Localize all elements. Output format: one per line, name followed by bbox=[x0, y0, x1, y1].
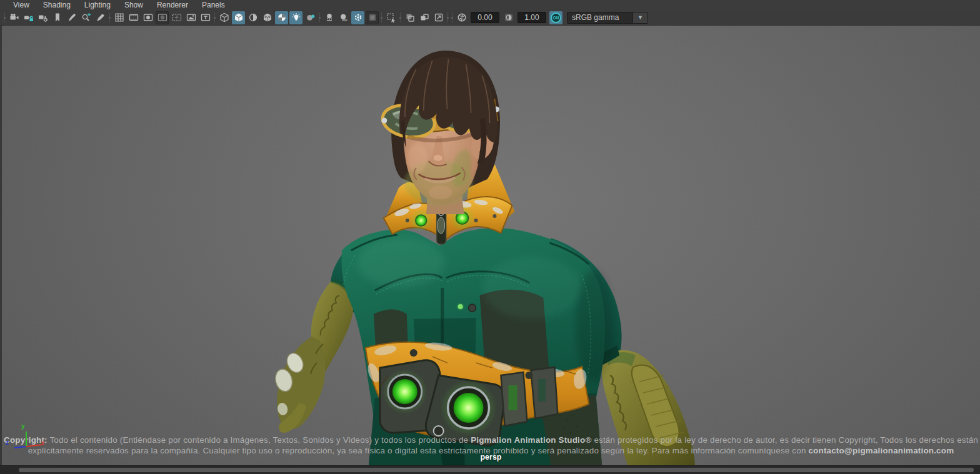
textured-icon[interactable] bbox=[261, 11, 274, 24]
axis-gizmo: y x z bbox=[6, 424, 49, 455]
menu-renderer[interactable]: Renderer bbox=[150, 0, 195, 10]
color-transform-value: sRGB gamma bbox=[568, 13, 632, 22]
camera-name-label: persp bbox=[2, 453, 980, 462]
smooth-shade-all-icon[interactable] bbox=[232, 11, 245, 24]
axis-label-y: y bbox=[21, 423, 25, 430]
isolate-select-icon[interactable] bbox=[384, 11, 398, 24]
bookmarks-icon[interactable] bbox=[51, 11, 64, 24]
safe-action-icon[interactable] bbox=[184, 11, 198, 24]
axis-label-z: z bbox=[6, 439, 9, 446]
pan-zoom-2d-icon[interactable] bbox=[79, 11, 92, 24]
xray-joints-icon[interactable] bbox=[418, 11, 431, 24]
gamma-on-icon: ON bbox=[551, 12, 561, 23]
select-camera-icon[interactable] bbox=[8, 11, 21, 24]
horizontal-scrollbar[interactable] bbox=[19, 468, 974, 472]
panel-menubar: ViewShadingLightingShowRendererPanels bbox=[0, 0, 980, 10]
menu-panels[interactable]: Panels bbox=[195, 0, 232, 10]
menu-view[interactable]: View bbox=[6, 0, 36, 10]
xray-active-components-icon[interactable] bbox=[432, 11, 445, 24]
chevron-down-icon[interactable]: ▼ bbox=[632, 12, 648, 23]
copyright-bold-text: Pigmalion Animation Studio® bbox=[471, 435, 591, 445]
default-lighting-icon[interactable] bbox=[304, 11, 317, 24]
resolution-gate-icon[interactable] bbox=[141, 11, 154, 24]
toolbar-separator bbox=[212, 12, 217, 23]
field-chart-icon[interactable] bbox=[170, 11, 183, 24]
safe-title-icon[interactable] bbox=[199, 11, 212, 24]
gate-mask-icon[interactable] bbox=[156, 11, 169, 24]
ambient-occlusion-icon[interactable] bbox=[337, 11, 350, 24]
textured-checker-icon[interactable] bbox=[275, 11, 288, 24]
shadows-icon[interactable] bbox=[322, 11, 336, 24]
use-default-material-icon[interactable] bbox=[246, 11, 259, 24]
motion-blur-icon[interactable] bbox=[366, 11, 379, 24]
screen-space-ao-icon[interactable] bbox=[351, 11, 364, 24]
film-gate-icon[interactable] bbox=[127, 11, 140, 24]
exposure-icon[interactable] bbox=[455, 11, 468, 24]
exposure-field[interactable] bbox=[471, 12, 499, 23]
wireframe-icon[interactable] bbox=[218, 11, 231, 24]
menu-show[interactable]: Show bbox=[118, 0, 150, 10]
toolbar-separator bbox=[450, 12, 454, 23]
grid-icon[interactable] bbox=[112, 11, 126, 24]
copyright-line-1: Copyright: Todo el contenido (Entiéndase… bbox=[2, 435, 980, 446]
toolbar-separator bbox=[318, 12, 322, 23]
toolbar-separator bbox=[108, 12, 112, 23]
menu-lighting[interactable]: Lighting bbox=[78, 0, 118, 10]
character-model[interactable] bbox=[2, 26, 980, 465]
copyright-text: Todo el contenido (Entiéndase por conten… bbox=[48, 435, 471, 445]
contrast-field[interactable] bbox=[518, 12, 546, 23]
grease-pencil-icon[interactable] bbox=[94, 11, 107, 24]
toolbar-separator bbox=[446, 12, 450, 23]
copyright-text: están protegidos por la ley de derecho d… bbox=[591, 435, 978, 445]
maya-viewport-panel: ViewShadingLightingShowRendererPanels ON… bbox=[0, 0, 980, 474]
image-plane-icon[interactable] bbox=[65, 11, 78, 24]
panel-toolbar: ON sRGB gamma ▼ bbox=[0, 10, 980, 26]
toolbar-separator bbox=[379, 12, 384, 23]
lock-camera-icon[interactable] bbox=[22, 11, 35, 24]
camera-attributes-icon[interactable] bbox=[36, 11, 49, 24]
menu-shading[interactable]: Shading bbox=[36, 0, 78, 10]
gamma-toggle[interactable]: ON bbox=[549, 11, 562, 24]
use-all-lights-icon[interactable] bbox=[289, 11, 302, 24]
toolbar-separator bbox=[2, 12, 7, 23]
bottom-strip bbox=[0, 465, 980, 474]
xray-icon[interactable] bbox=[403, 11, 416, 24]
toolbar-separator bbox=[398, 12, 402, 23]
color-transform-dropdown[interactable]: sRGB gamma ▼ bbox=[567, 12, 648, 24]
viewport-3d[interactable]: Copyright: Todo el contenido (Entiéndase… bbox=[0, 26, 980, 465]
contrast-icon[interactable] bbox=[502, 11, 515, 24]
axis-label-x: x bbox=[41, 440, 44, 447]
